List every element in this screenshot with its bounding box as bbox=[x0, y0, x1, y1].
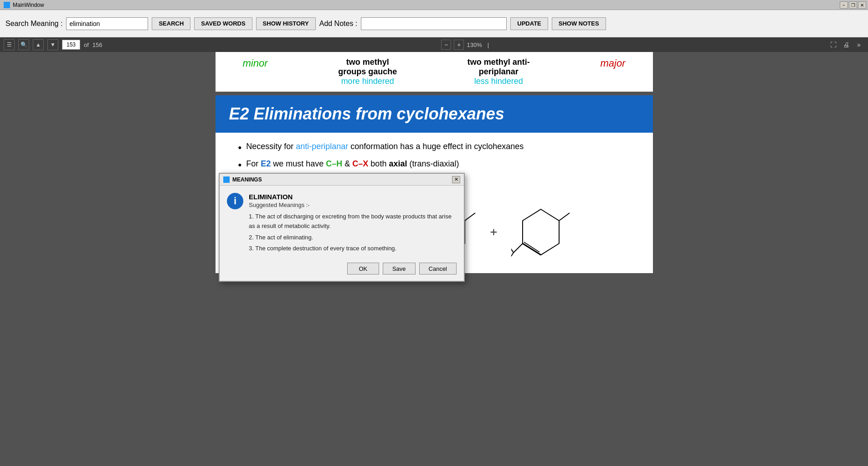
page-separator: of bbox=[84, 41, 89, 48]
save-button[interactable]: Save bbox=[383, 263, 416, 274]
suggested-label: Suggested Meanings :- bbox=[249, 202, 457, 208]
dialog-close-button[interactable]: ✕ bbox=[452, 176, 460, 183]
main-toolbar: Search Meaning : SEARCH SAVED WORDS SHOW… bbox=[0, 10, 868, 37]
search-meaning-label: Search Meaning : bbox=[5, 20, 62, 28]
zoom-controls: − + 130% | bbox=[441, 40, 489, 50]
info-icon: i bbox=[227, 193, 243, 209]
cancel-button[interactable]: Cancel bbox=[419, 263, 457, 274]
dialog-overlay: MEANINGS ✕ i ELIMINATION Suggested Meani… bbox=[0, 52, 868, 466]
close-button[interactable]: ✕ bbox=[858, 1, 866, 9]
page-up-button[interactable]: ▲ bbox=[33, 39, 44, 50]
ok-button[interactable]: OK bbox=[347, 263, 379, 274]
meaning-1: 1. The act of discharging or excreting f… bbox=[249, 212, 457, 231]
restore-button[interactable]: ❐ bbox=[849, 1, 857, 9]
more-options-icon[interactable]: » bbox=[853, 39, 864, 50]
dialog-footer: OK Save Cancel bbox=[220, 259, 464, 281]
zoom-sep: | bbox=[488, 41, 489, 48]
page-down-button[interactable]: ▼ bbox=[47, 39, 58, 50]
word-title: ELIMINATION bbox=[249, 193, 457, 201]
zoom-out-button[interactable]: − bbox=[441, 40, 451, 50]
title-bar: MainWindow − ❐ ✕ bbox=[0, 0, 868, 10]
pdf-toolbar-right: ⛶ 🖨 » bbox=[828, 39, 864, 50]
update-button[interactable]: UPDATE bbox=[510, 17, 548, 30]
page-total: 156 bbox=[92, 41, 103, 48]
saved-words-button[interactable]: SAVED WORDS bbox=[194, 17, 252, 30]
app-icon bbox=[4, 2, 10, 8]
dialog-icon bbox=[223, 176, 230, 183]
meaning-3: 3. The complete destruction of every tra… bbox=[249, 244, 457, 254]
pdf-toolbar: ☰ 🔍 ▲ ▼ of 156 − + 130% | ⛶ 🖨 » bbox=[0, 37, 868, 52]
fullscreen-icon[interactable]: ⛶ bbox=[828, 39, 839, 50]
print-icon[interactable]: 🖨 bbox=[841, 39, 852, 50]
minimize-button[interactable]: − bbox=[840, 1, 848, 9]
window-controls: − ❐ ✕ bbox=[840, 1, 866, 9]
meaning-2: 2. The act of eliminating. bbox=[249, 233, 457, 243]
dialog-content: ELIMINATION Suggested Meanings :- 1. The… bbox=[249, 193, 457, 254]
meanings-dialog: MEANINGS ✕ i ELIMINATION Suggested Meani… bbox=[219, 173, 465, 282]
search-input[interactable] bbox=[66, 17, 148, 30]
sidebar-toggle-button[interactable]: ☰ bbox=[4, 39, 15, 50]
search-button[interactable]: SEARCH bbox=[152, 17, 190, 30]
zoom-in-button[interactable]: + bbox=[454, 40, 464, 50]
page-number-input[interactable] bbox=[62, 40, 80, 50]
window-title: MainWindow bbox=[13, 2, 44, 8]
zoom-level: 130% bbox=[467, 41, 482, 48]
dialog-body: i ELIMINATION Suggested Meanings :- 1. T… bbox=[220, 186, 464, 259]
meanings-list: 1. The act of discharging or excreting f… bbox=[249, 212, 457, 254]
add-notes-label: Add Notes : bbox=[319, 20, 358, 28]
notes-input[interactable] bbox=[361, 17, 507, 30]
search-pdf-button[interactable]: 🔍 bbox=[18, 39, 29, 50]
show-history-button[interactable]: SHOW HISTORY bbox=[256, 17, 316, 30]
dialog-title: MEANINGS bbox=[232, 176, 262, 183]
pdf-content: minor two methyl groups gauche more hind… bbox=[0, 52, 868, 466]
info-icon-area: i bbox=[227, 193, 243, 254]
show-notes-button[interactable]: SHOW NOTES bbox=[552, 17, 606, 30]
dialog-titlebar: MEANINGS ✕ bbox=[220, 174, 464, 186]
